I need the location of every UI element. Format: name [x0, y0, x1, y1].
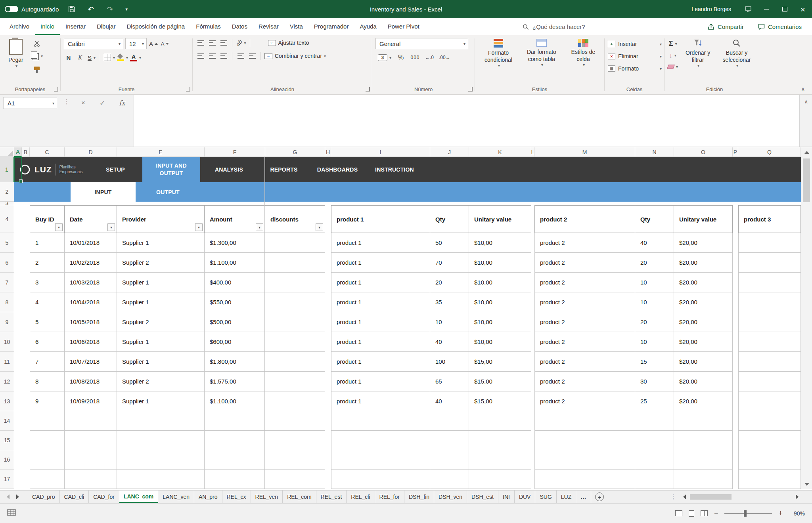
hscroll-left-button[interactable]: [680, 491, 689, 503]
cell-G17[interactable]: [265, 470, 325, 489]
row-header-16[interactable]: 16: [0, 450, 14, 470]
cell-E5[interactable]: Supplier 1: [117, 233, 205, 253]
cell-D17[interactable]: [65, 470, 117, 489]
cell-C15[interactable]: [30, 431, 65, 450]
zoom-level[interactable]: 90%: [789, 510, 805, 517]
cell-Q6[interactable]: [738, 253, 801, 273]
autosum-button[interactable]: Σ▾: [668, 39, 678, 48]
cell-M15[interactable]: [534, 431, 635, 450]
cell-Q15[interactable]: [738, 431, 801, 450]
cell-J5[interactable]: 50: [430, 233, 469, 253]
cell-K6[interactable]: $10,00: [469, 253, 531, 273]
cell-F7[interactable]: $400,00: [205, 273, 265, 292]
cell-F11[interactable]: $1.800,00: [205, 352, 265, 372]
cell-Q7[interactable]: [738, 273, 801, 292]
cell-C8[interactable]: 4: [30, 292, 65, 312]
sheet-tab-overflow[interactable]: ...: [576, 491, 591, 503]
cell-N13[interactable]: 25: [635, 391, 674, 411]
cell-M13[interactable]: product 2: [534, 391, 635, 411]
horizontal-scrollbar[interactable]: [689, 494, 792, 500]
formula-bar-splitter[interactable]: ⋮: [63, 98, 70, 105]
collapse-ribbon-button[interactable]: ∧: [801, 86, 805, 92]
percent-style-button[interactable]: %: [396, 53, 406, 62]
align-left-button[interactable]: [196, 51, 205, 61]
cell-E9[interactable]: Supplier 2: [117, 312, 205, 332]
cell-Q11[interactable]: [738, 352, 801, 372]
cell-J7[interactable]: 20: [430, 273, 469, 292]
redo-button[interactable]: ↷: [104, 2, 116, 16]
menu-tab-dibujar[interactable]: Dibujar: [91, 18, 121, 35]
fill-color-button[interactable]: ▾: [117, 53, 128, 62]
cell-G8[interactable]: [265, 292, 325, 312]
cell-N6[interactable]: 20: [635, 253, 674, 273]
share-button[interactable]: Compartir: [708, 23, 744, 30]
cell-I6[interactable]: product 1: [331, 253, 430, 273]
vertical-scrollbar[interactable]: [801, 147, 812, 489]
cell-Q10[interactable]: [738, 332, 801, 352]
zoom-slider-thumb[interactable]: [744, 510, 747, 517]
cell-K8[interactable]: $10,00: [469, 292, 531, 312]
cell-K13[interactable]: $15,00: [469, 391, 531, 411]
increase-decimal-button[interactable]: ←.0: [425, 53, 434, 62]
find-select-button[interactable]: Buscar y seleccionar ▾: [718, 38, 756, 84]
cell-N5[interactable]: 40: [635, 233, 674, 253]
sheet-tab-SUG[interactable]: SUG: [535, 491, 556, 503]
cell-E14[interactable]: [117, 411, 205, 431]
cell-N16[interactable]: [635, 450, 674, 470]
cell-G15[interactable]: [265, 431, 325, 450]
filter-button-discounts[interactable]: ▾: [316, 223, 323, 231]
cell-I15[interactable]: [331, 431, 430, 450]
cell-D6[interactable]: 10/02/2018: [65, 253, 117, 273]
column-header-N[interactable]: N: [635, 147, 674, 157]
cell-C14[interactable]: [30, 411, 65, 431]
menu-tab-revisar[interactable]: Revisar: [253, 18, 284, 35]
copy-button[interactable]: ▾: [31, 51, 43, 61]
zoom-in-button[interactable]: +: [778, 509, 783, 517]
cell-G11[interactable]: [265, 352, 325, 372]
cell-O15[interactable]: [674, 431, 733, 450]
alignment-dialog-launcher[interactable]: [366, 87, 370, 92]
cell-F9[interactable]: $500,00: [205, 312, 265, 332]
cell-O8[interactable]: $20,00: [674, 292, 733, 312]
cell-Q17[interactable]: [738, 470, 801, 489]
cell-E13[interactable]: Supplier 1: [117, 391, 205, 411]
cell-Q8[interactable]: [738, 292, 801, 312]
cell-J14[interactable]: [430, 411, 469, 431]
cell-O7[interactable]: $20,00: [674, 273, 733, 292]
delete-cells-button[interactable]: ×Eliminar▾: [608, 51, 662, 61]
orientation-button[interactable]: ab▾: [236, 38, 246, 48]
column-header-Q[interactable]: Q: [738, 147, 801, 157]
scroll-down-button[interactable]: [801, 479, 812, 489]
cell-K7[interactable]: $10,00: [469, 273, 531, 292]
cell-F13[interactable]: $1.100,00: [205, 391, 265, 411]
cell-D12[interactable]: 10/08/2018: [65, 372, 117, 391]
menu-tab-datos[interactable]: Datos: [226, 18, 253, 35]
cell-M9[interactable]: product 2: [534, 312, 635, 332]
cell-N8[interactable]: 10: [635, 292, 674, 312]
accounting-format-button[interactable]: $▾: [378, 53, 391, 62]
cell-Q13[interactable]: [738, 391, 801, 411]
column-header-H[interactable]: H: [325, 147, 331, 157]
insert-cells-button[interactable]: +Insertar▾: [608, 39, 662, 49]
cell-G13[interactable]: [265, 391, 325, 411]
cancel-button[interactable]: ×: [76, 97, 90, 109]
cell-I14[interactable]: [331, 411, 430, 431]
cell-I11[interactable]: product 1: [331, 352, 430, 372]
row-header-14[interactable]: 14: [0, 411, 14, 431]
hscroll-right-button[interactable]: [792, 491, 802, 503]
column-header-P[interactable]: P: [733, 147, 738, 157]
cell-N15[interactable]: [635, 431, 674, 450]
menu-tab-programador[interactable]: Programador: [308, 18, 354, 35]
paste-button[interactable]: Pegar ▾: [3, 38, 29, 84]
autosave-toggle-pill[interactable]: [5, 6, 18, 12]
cell-N10[interactable]: 10: [635, 332, 674, 352]
font-color-button[interactable]: A▾: [130, 53, 141, 62]
cell-D16[interactable]: [65, 450, 117, 470]
row-header-2[interactable]: 2: [0, 182, 14, 202]
cell-F5[interactable]: $1.300,00: [205, 233, 265, 253]
cell-K17[interactable]: [469, 470, 531, 489]
cell-F15[interactable]: [205, 431, 265, 450]
cell-N17[interactable]: [635, 470, 674, 489]
row-header-10[interactable]: 10: [0, 332, 14, 352]
sheet-tab-DSH_fin[interactable]: DSH_fin: [404, 491, 434, 503]
